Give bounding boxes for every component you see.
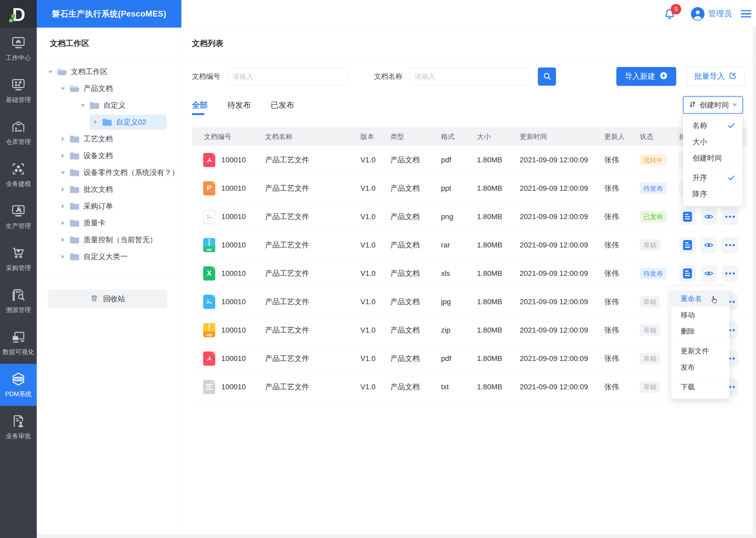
row-action-detail-button[interactable]	[679, 237, 696, 253]
import-new-button[interactable]: 导入新建	[616, 67, 676, 86]
document-icon	[683, 212, 692, 222]
doc-no-input[interactable]	[227, 68, 348, 86]
tree-node-6[interactable]: 设备零件文档（系统没有？）	[37, 164, 181, 181]
app-title: 磐石生产执行系统(PescoMES)	[37, 0, 181, 27]
user-name[interactable]: 管理员	[708, 8, 732, 19]
context-menu-item-0-0[interactable]: 重命名	[671, 291, 730, 307]
sidebar-item-label: 业务审批	[6, 432, 31, 440]
batch-import-button[interactable]: 批量导入	[687, 67, 744, 86]
tree-node-label: 自定义大类一	[83, 252, 127, 262]
notifications-button[interactable]: 9	[663, 7, 676, 21]
tree-panel-title: 文档工作区	[37, 27, 181, 59]
sort-order-1[interactable]: 降序	[683, 186, 742, 202]
doc-updater: 张伟	[604, 353, 640, 363]
sort-arrows-icon	[688, 100, 696, 110]
cursor-pointer-icon	[710, 295, 719, 307]
more-icon	[725, 272, 735, 275]
column-header: 文档编号	[192, 132, 265, 141]
doc-name-input[interactable]	[409, 68, 530, 86]
tree-node-7[interactable]: 批次文档	[37, 181, 181, 198]
row-action-more-button[interactable]	[722, 237, 738, 253]
context-menu-item-1-1[interactable]: 发布	[671, 359, 730, 375]
tree-node-label: 自定义02	[116, 117, 146, 127]
tree-node-5[interactable]: 设备文档	[37, 147, 181, 164]
sidebar-item-business-approval[interactable]: 业务审批	[0, 406, 37, 448]
sort-field-2[interactable]: 创建时间	[683, 150, 742, 166]
file-type-icon: rar	[203, 238, 215, 252]
app-logo[interactable]: D	[0, 0, 37, 27]
row-action-preview-button[interactable]	[700, 265, 717, 282]
row-action-preview-button[interactable]	[700, 237, 717, 253]
menu-icon[interactable]	[741, 10, 751, 18]
file-type-icon	[203, 153, 215, 167]
context-menu-item-1-0[interactable]: 更新文件	[671, 343, 730, 359]
context-menu-item-2-0[interactable]: 下载	[671, 379, 730, 395]
column-header: 大小	[477, 132, 520, 141]
tab-1[interactable]: 待发布	[227, 94, 251, 116]
menu-item-label: 重命名	[681, 294, 702, 303]
search-button[interactable]	[538, 68, 556, 86]
status-badge: 草稿	[640, 353, 660, 364]
tab-0[interactable]: 全部	[192, 94, 208, 116]
sort-order-0[interactable]: 升序	[683, 170, 742, 186]
avatar[interactable]	[691, 7, 705, 21]
sort-button[interactable]: 创建时间	[683, 96, 743, 114]
tree-node-8[interactable]: 采购订单	[37, 198, 181, 215]
doc-format: png	[441, 213, 477, 221]
sidebar-item-production-management[interactable]: 生产管理	[0, 196, 37, 238]
row-action-detail-button[interactable]	[679, 208, 696, 225]
doc-type: 产品文档	[390, 155, 441, 165]
folder-tree: 文档工作区产品文档自定义自定义02工艺文档设备文档设备零件文档（系统没有？）批次…	[37, 59, 181, 265]
tree-node-11[interactable]: 自定义大类一	[37, 248, 181, 265]
doc-size: 1.80MB	[477, 383, 520, 391]
document-workspace-panel: 文档工作区 文档工作区产品文档自定义自定义02工艺文档设备文档设备零件文档（系统…	[37, 27, 181, 538]
context-menu-item-0-1[interactable]: 移动	[671, 307, 730, 323]
tree-node-1[interactable]: 产品文档	[37, 80, 181, 97]
document-list-panel: 文档列表 文档编号 文档名称 导入新建 批量导入	[181, 27, 756, 538]
sort-field-0[interactable]: 名称	[683, 117, 742, 134]
sidebar-item-label: 数据可视化	[3, 348, 34, 356]
sidebar-item-purchase-management[interactable]: 采购管理	[0, 238, 37, 280]
sort-field-1[interactable]: 大小	[683, 134, 742, 150]
eye-icon	[704, 212, 714, 222]
column-header: 文档名称	[265, 132, 360, 141]
folder-icon	[69, 168, 80, 177]
table-row: X100010产品工艺文件V1.0产品文档xls1.80MB2021-09-09…	[192, 259, 747, 288]
horizontal-scrollbar[interactable]	[37, 534, 756, 538]
sidebar-item-data-visualization[interactable]: 数据可视化	[0, 322, 37, 364]
sidebar-item-trace-management[interactable]: 溯源管理	[0, 280, 37, 322]
row-action-more-button[interactable]	[722, 208, 738, 225]
context-menu-item-0-2[interactable]: 删除	[671, 323, 730, 340]
tree-node-4[interactable]: 工艺文档	[37, 131, 181, 147]
status-badge: 草稿	[640, 324, 660, 336]
row-action-preview-button[interactable]	[700, 208, 717, 225]
tabs-row: 全部待发布已发布 创建时间	[192, 94, 743, 116]
vertical-scrollbar[interactable]	[753, 27, 756, 538]
sidebar-item-work-center[interactable]: 工作中心	[0, 27, 37, 70]
chevron-right-icon	[61, 187, 65, 191]
sort-button-label: 创建时间	[699, 100, 729, 110]
chevron-right-icon	[61, 154, 65, 158]
recycle-bin-button[interactable]: 回收站	[48, 290, 167, 308]
tree-node-3[interactable]: 自定义02	[37, 114, 181, 131]
file-type-icon	[203, 210, 215, 224]
notification-badge: 9	[671, 4, 681, 15]
row-action-more-button[interactable]	[722, 265, 738, 282]
sidebar-item-business-modeling[interactable]: 业务建模	[0, 154, 37, 196]
row-action-detail-button[interactable]	[679, 265, 696, 282]
tab-2[interactable]: 已发布	[271, 94, 294, 116]
sidebar-item-label: 基础管理	[6, 96, 31, 104]
table-row: 100010产品工艺文件V1.0产品文档pdf1.80MB2021-09-09 …	[192, 345, 747, 373]
sidebar-item-warehouse-management[interactable]: 仓库管理	[0, 112, 37, 154]
tree-node-10[interactable]: 质量控制（当前暂无）	[37, 232, 181, 248]
tree-node-0[interactable]: 文档工作区	[37, 63, 181, 80]
tree-node-9[interactable]: 质量卡	[37, 215, 181, 232]
sidebar-item-base-management[interactable]: 基础管理	[0, 70, 37, 112]
sidebar-item-pdm-system[interactable]: PDMPDM系统	[0, 364, 37, 406]
sidebar-item-label: 生产管理	[6, 222, 31, 230]
folder-open-icon	[57, 67, 67, 76]
status-badge: 流转中	[640, 154, 667, 166]
tree-node-2[interactable]: 自定义	[37, 97, 181, 114]
document-icon	[683, 268, 692, 279]
sidebar-item-label: 业务建模	[6, 180, 31, 188]
